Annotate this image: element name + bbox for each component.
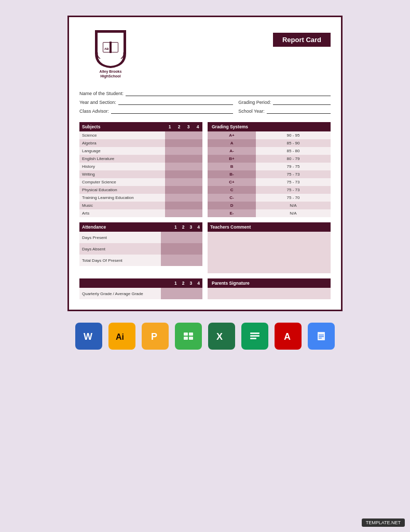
list-item: Total Days Of Present bbox=[79, 255, 202, 266]
att-q2-cell bbox=[171, 232, 182, 243]
grade-label: A bbox=[208, 139, 256, 147]
svg-rect-15 bbox=[184, 337, 188, 340]
grade-range: 75 - 73 bbox=[256, 170, 331, 178]
acrobat-icon[interactable]: A bbox=[275, 323, 302, 350]
table-row: Science bbox=[79, 131, 202, 139]
teachers-comment-header: Teachers Comment bbox=[208, 222, 331, 232]
excel-icon[interactable]: X bbox=[208, 323, 235, 350]
qg-q2: 2 bbox=[182, 281, 185, 286]
word-icon[interactable]: W bbox=[75, 323, 102, 350]
subject-q1-cell bbox=[165, 186, 174, 194]
quarterly-label: Quarterly Grade / Average Grade bbox=[79, 289, 161, 298]
sheets-icon[interactable] bbox=[241, 323, 268, 350]
header: AB Alley BrooksHighSchool Report Card bbox=[79, 28, 331, 81]
att-q3-cell bbox=[182, 243, 192, 255]
subject-q3-cell bbox=[184, 155, 193, 163]
parents-sig-body bbox=[208, 288, 331, 299]
grading-table: Grading Systems A+90 - 95A85 - 90A-85 - … bbox=[208, 122, 331, 217]
att-q1-cell bbox=[161, 232, 171, 243]
subject-q4-cell bbox=[193, 170, 202, 178]
subject-q4-cell bbox=[193, 139, 202, 147]
svg-text:P: P bbox=[151, 331, 157, 342]
quarterly-section: 1 2 3 4 Quarterly Grade / Average Grade bbox=[79, 278, 202, 299]
attendance-section: Attendance 1 2 3 4 Days PresentDays Abse… bbox=[79, 222, 202, 273]
table-row: Algebra bbox=[79, 139, 202, 147]
attendance-row-label: Days Present bbox=[79, 233, 161, 242]
att-q3-cell bbox=[182, 232, 192, 243]
main-tables: Subjects 1 2 3 4 ScienceAlgebraLanguageE… bbox=[79, 122, 331, 217]
table-row: Arts bbox=[79, 209, 202, 217]
q4-header: 4 bbox=[193, 122, 202, 131]
subject-q4-cell bbox=[193, 186, 202, 194]
subject-name: Music bbox=[79, 202, 165, 209]
svg-rect-16 bbox=[189, 337, 193, 340]
bottom-section: Attendance 1 2 3 4 Days PresentDays Abse… bbox=[79, 222, 331, 273]
table-row: C+75 - 73 bbox=[208, 178, 331, 186]
logo-area: AB Alley BrooksHighSchool bbox=[79, 28, 142, 81]
grade-label: D bbox=[208, 202, 256, 209]
grade-range: N/A bbox=[256, 202, 331, 209]
subject-q3-cell bbox=[184, 170, 193, 178]
subject-q4-cell bbox=[193, 155, 202, 163]
subject-q3-cell bbox=[184, 147, 193, 155]
subject-name: Training Learning Education bbox=[79, 194, 165, 202]
grade-range: 75 - 73 bbox=[256, 186, 331, 194]
table-row: A-85 - 80 bbox=[208, 147, 331, 155]
attendance-quarter-cells bbox=[161, 255, 202, 266]
quarterly-cells bbox=[161, 288, 202, 299]
class-label: Class Advisor: bbox=[79, 109, 109, 114]
subject-q3-cell bbox=[184, 131, 193, 139]
subject-name: History bbox=[79, 163, 165, 170]
svg-rect-22 bbox=[250, 338, 256, 339]
att-q1-cell bbox=[161, 255, 171, 266]
attendance-header: Attendance 1 2 3 4 bbox=[79, 222, 202, 232]
table-row: Training Learning Education bbox=[79, 194, 202, 202]
svg-rect-4 bbox=[110, 42, 112, 53]
subject-name: Algebra bbox=[79, 139, 165, 147]
att-q2-cell bbox=[171, 255, 182, 266]
svg-text:Ai: Ai bbox=[116, 332, 124, 341]
quarterly-section-row: 1 2 3 4 Quarterly Grade / Average Grade … bbox=[79, 278, 331, 299]
attendance-row-label: Days Absent bbox=[79, 245, 161, 254]
subject-q1-cell bbox=[165, 202, 174, 209]
attendance-quarters: 1 2 3 4 bbox=[174, 224, 200, 230]
illustrator-icon[interactable]: Ai bbox=[108, 323, 135, 350]
subjects-header-row: Subjects 1 2 3 4 bbox=[79, 122, 202, 131]
grade-label: B+ bbox=[208, 155, 256, 163]
att-q3-cell bbox=[182, 255, 192, 266]
school-year-label: School Year: bbox=[238, 109, 265, 114]
docs-icon[interactable] bbox=[308, 323, 335, 350]
pages-icon[interactable]: P bbox=[142, 323, 169, 350]
svg-rect-3 bbox=[112, 43, 118, 52]
subject-name: Physical Education bbox=[79, 186, 165, 194]
subject-q1-cell bbox=[165, 147, 174, 155]
table-row: E-N/A bbox=[208, 209, 331, 217]
numbers-icon[interactable] bbox=[175, 323, 202, 350]
quarterly-body: Quarterly Grade / Average Grade bbox=[79, 288, 202, 299]
grade-label: B bbox=[208, 163, 256, 170]
comment-box bbox=[208, 232, 331, 273]
att-q4-cell bbox=[192, 243, 202, 255]
student-info: Name of the Student: Year and Section: G… bbox=[79, 90, 331, 114]
grade-label: A+ bbox=[208, 131, 256, 139]
subject-q2-cell bbox=[174, 178, 184, 186]
att-q1-cell bbox=[161, 243, 171, 255]
att-q4-cell bbox=[192, 255, 202, 266]
teachers-comment-title: Teachers Comment bbox=[210, 224, 251, 230]
att-q2: 2 bbox=[182, 224, 185, 230]
quarterly-spacer bbox=[82, 281, 159, 286]
svg-rect-29 bbox=[319, 338, 322, 339]
subject-q3-cell bbox=[184, 163, 193, 170]
name-line bbox=[126, 90, 331, 96]
grade-range: 85 - 90 bbox=[256, 139, 331, 147]
svg-rect-21 bbox=[250, 335, 259, 337]
subject-q2-cell bbox=[174, 209, 184, 217]
svg-rect-28 bbox=[319, 336, 324, 337]
subjects-header: Subjects bbox=[79, 122, 165, 131]
subject-q4-cell bbox=[193, 147, 202, 155]
subject-q3-cell bbox=[184, 178, 193, 186]
grading-header: Grading Systems bbox=[208, 122, 331, 131]
grade-range: 75 - 73 bbox=[256, 178, 331, 186]
subject-q1-cell bbox=[165, 170, 174, 178]
subjects-table: Subjects 1 2 3 4 ScienceAlgebraLanguageE… bbox=[79, 122, 202, 217]
